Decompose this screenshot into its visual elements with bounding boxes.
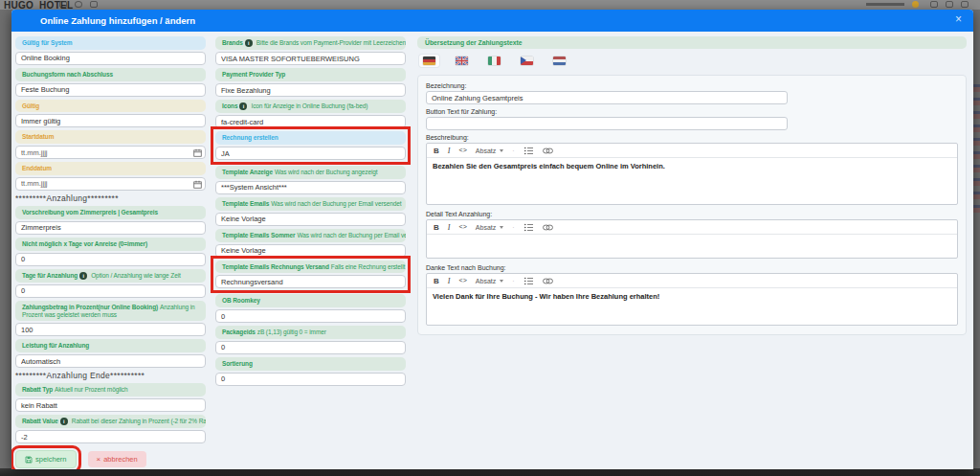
- field-label: Payment Provider Typ: [215, 68, 406, 81]
- gueltig-fuer-system-input[interactable]: [15, 52, 206, 65]
- code-view-button[interactable]: <>: [458, 277, 466, 284]
- field-label: BrandsiBitte die Brands vom Payment-Prov…: [215, 36, 406, 50]
- field-brands: BrandsiBitte die Brands vom Payment-Prov…: [215, 36, 406, 65]
- field-label: Template Emails SommerWas wird nach der …: [215, 229, 406, 242]
- field-label: Vorschreibung vom Zimmerpreis | Gesamtpr…: [15, 206, 206, 219]
- beschreibung-content[interactable]: Bezahlen Sie den Gesamtpreis einfach beq…: [427, 158, 957, 204]
- field-vorschreibung: Vorschreibung vom Zimmerpreis | Gesamtpr…: [15, 206, 206, 235]
- buchungsform-input[interactable]: [15, 83, 206, 97]
- rabatt-value-input[interactable]: [15, 430, 206, 443]
- danke-text-label: Danke Text nach Buchung:: [426, 264, 958, 271]
- sortierung-input[interactable]: [215, 373, 406, 386]
- brands-input[interactable]: [215, 52, 406, 65]
- rechnung-erstellen-input[interactable]: [215, 147, 406, 160]
- bold-button[interactable]: B: [434, 223, 439, 232]
- link-icon[interactable]: [543, 147, 553, 154]
- info-icon: i: [60, 418, 68, 425]
- chevron-down-icon: [500, 226, 503, 229]
- leistung-fuer-anzahlung-input[interactable]: [15, 354, 206, 368]
- field-tage-fuer-anzahlung: Tage für AnzahlungiOption / Anzahlung wi…: [15, 269, 206, 298]
- field-startdatum: Startdatum: [15, 130, 206, 159]
- icons-input[interactable]: [215, 115, 406, 128]
- beschreibung-label: Beschreibung:: [426, 134, 958, 141]
- payment-provider-typ-input[interactable]: [215, 83, 406, 97]
- startdatum-input[interactable]: [15, 146, 206, 159]
- paragraph-select[interactable]: Absatz: [476, 147, 503, 154]
- template-emails-rechnungs-versand-input[interactable]: [215, 275, 406, 288]
- enddatum-input[interactable]: [15, 177, 206, 191]
- detail-text-label: Detail Text Anzahlung:: [426, 211, 958, 217]
- save-button[interactable]: speichern: [15, 450, 77, 468]
- dutch-flag[interactable]: [549, 55, 569, 67]
- tage-fuer-anzahlung-input[interactable]: [15, 284, 206, 298]
- bullet-list-icon[interactable]: [523, 147, 534, 155]
- chrome-icon: [961, 1, 969, 8]
- field-template-emails-sommer: Template Emails SommerWas wird nach der …: [215, 229, 406, 258]
- info-icon: i: [79, 272, 87, 280]
- zahlungsbetrag-input[interactable]: [15, 323, 206, 336]
- link-icon[interactable]: [543, 278, 553, 284]
- field-label: Template EmailsWas wird nach der Buchung…: [215, 197, 406, 211]
- czech-flag[interactable]: [517, 55, 537, 67]
- field-label: Sortierung: [215, 357, 406, 371]
- field-label: Zahlungsbetrag in Prozent(nur Online Boo…: [15, 301, 206, 322]
- bezeichnung-input[interactable]: [426, 91, 788, 104]
- detail-text-content[interactable]: [427, 235, 957, 258]
- field-label: Enddatum: [15, 162, 206, 175]
- toolbar-divider: ·: [512, 278, 514, 284]
- ob-roomkey-input[interactable]: [215, 309, 406, 323]
- italic-button[interactable]: I: [448, 147, 451, 155]
- cancel-button[interactable]: × abbrechen: [88, 451, 146, 467]
- language-flags: [419, 54, 967, 68]
- field-nicht-moeglich-tage: Nicht möglich x Tage vor Anreise (0=imme…: [15, 238, 206, 266]
- background-bottom-strip: [0, 468, 980, 476]
- column-general: Gültig für System Buchungsform nach Absc…: [15, 36, 206, 468]
- payment-modal: Online Zahlung hinzufügen / ändern × Gül…: [11, 10, 973, 469]
- english-flag[interactable]: [452, 55, 472, 67]
- italian-flag[interactable]: [484, 55, 504, 67]
- field-enddatum: Enddatum: [15, 162, 206, 191]
- bullet-list-icon[interactable]: [523, 277, 534, 285]
- translation-card: Bezeichnung: Button Text für Zahlung: Be…: [417, 75, 967, 335]
- code-view-button[interactable]: <>: [458, 147, 466, 154]
- close-icon[interactable]: ×: [955, 12, 962, 26]
- chrome-text-blur: [866, 3, 904, 6]
- uk-flag-icon: [456, 57, 468, 65]
- cancel-x-icon: ×: [97, 455, 101, 464]
- bullet-list-icon[interactable]: [523, 223, 534, 232]
- danke-text-content[interactable]: Vielen Dank für Ihre Buchung - Wir haben…: [427, 288, 957, 325]
- gueltig-input[interactable]: [15, 114, 206, 127]
- template-emails-sommer-input[interactable]: [215, 244, 406, 258]
- chrome-icon: [59, 1, 67, 8]
- danke-text-editor: B I <> Absatz · Vielen Dank für Ihre Buc…: [426, 273, 958, 326]
- german-flag[interactable]: [419, 55, 439, 67]
- field-label: Nicht möglich x Tage vor Anreise (0=imme…: [15, 238, 206, 251]
- field-template-anzeige: Template AnzeigeWas wird nach der Buchun…: [215, 166, 406, 194]
- paragraph-select[interactable]: Absatz: [476, 224, 503, 231]
- vorschreibung-input[interactable]: [15, 221, 206, 235]
- packageids-input[interactable]: [215, 341, 406, 354]
- button-text-input[interactable]: [426, 117, 788, 130]
- template-emails-input[interactable]: [215, 213, 406, 226]
- field-label: Rechnung erstellen: [215, 131, 406, 145]
- italic-button[interactable]: I: [448, 223, 451, 232]
- chrome-icon: [946, 1, 953, 8]
- bold-button[interactable]: B: [434, 147, 439, 155]
- field-gueltig-fuer-system: Gültig für System: [15, 36, 206, 65]
- link-icon[interactable]: [543, 224, 553, 231]
- paragraph-select[interactable]: Absatz: [476, 278, 503, 284]
- field-template-emails: Template EmailsWas wird nach der Buchung…: [215, 197, 406, 226]
- field-template-emails-rechnungs-versand: Template Emails Rechnungs VersandFalls e…: [215, 261, 406, 289]
- bold-button[interactable]: B: [434, 277, 439, 285]
- field-buchungsform: Buchungsform nach Abschluss: [15, 68, 206, 97]
- modal-body: Gültig für System Buchungsform nach Absc…: [11, 32, 973, 469]
- field-label: Gültig: [15, 100, 206, 113]
- nicht-moeglich-tage-input[interactable]: [15, 253, 206, 266]
- rabatt-typ-input[interactable]: [15, 398, 206, 412]
- template-anzeige-input[interactable]: [215, 181, 406, 194]
- editor-toolbar: B I <> Absatz ·: [427, 144, 957, 158]
- chevron-down-icon: [500, 149, 503, 152]
- code-view-button[interactable]: <>: [458, 223, 466, 231]
- notification-icon: [912, 1, 919, 8]
- italic-button[interactable]: I: [448, 277, 451, 285]
